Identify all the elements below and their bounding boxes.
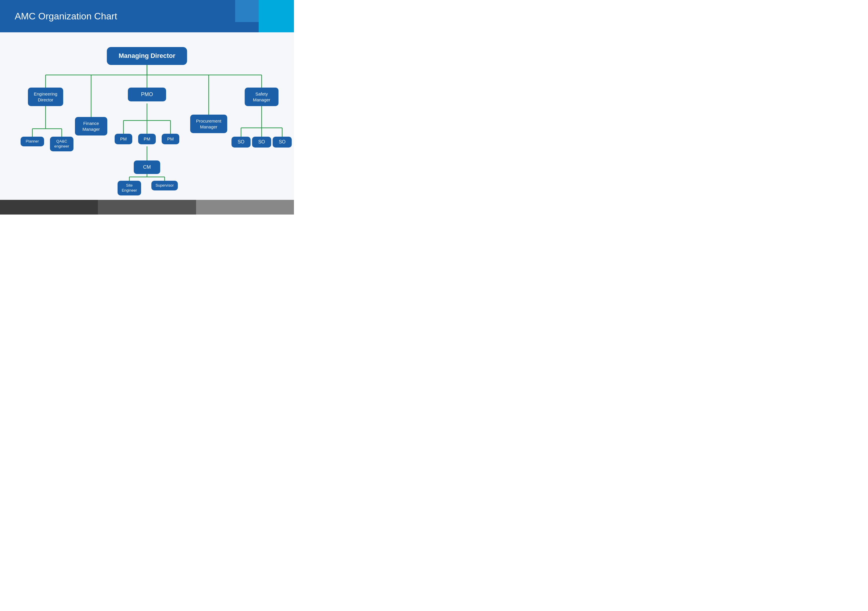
box-finance-manager: FinanceManager xyxy=(75,117,107,135)
box-procurement-manager: ProcurementManager xyxy=(190,115,227,133)
box-pm2: PM xyxy=(138,134,156,144)
header-accent-1 xyxy=(235,0,259,22)
main-content: Managing Director EngineeringDirector Fi… xyxy=(0,33,294,200)
footer-segment-1 xyxy=(0,200,98,214)
box-cm: CM xyxy=(134,160,160,174)
box-so1: SO xyxy=(232,136,251,147)
box-site-engineer: SiteEngineer xyxy=(118,181,141,195)
box-safety-manager: SafetyManager xyxy=(245,88,279,106)
node-site-engineer: SiteEngineer xyxy=(118,181,141,195)
node-pm1: PM xyxy=(115,134,132,144)
node-so2: SO xyxy=(252,136,271,147)
box-planner: Planner xyxy=(20,136,44,146)
node-engineering-director: EngineeringDirector xyxy=(28,88,63,106)
box-managing-director: Managing Director xyxy=(107,47,187,65)
node-pm2: PM xyxy=(138,134,156,144)
node-pmo: PMO xyxy=(128,88,166,101)
node-finance-manager: FinanceManager xyxy=(75,117,107,135)
box-qa-engineer: QA&Cengineer xyxy=(50,136,73,151)
box-pm1: PM xyxy=(115,134,132,144)
node-planner: Planner xyxy=(20,136,44,146)
box-so2: SO xyxy=(252,136,271,147)
node-so1: SO xyxy=(232,136,251,147)
box-pmo: PMO xyxy=(128,88,166,101)
node-cm: CM xyxy=(134,160,160,174)
page-header: AMC Organization Chart xyxy=(0,0,294,33)
footer-segment-2 xyxy=(98,200,196,214)
node-so3: SO xyxy=(273,136,292,147)
box-pm3: PM xyxy=(162,134,179,144)
header-accent-2 xyxy=(259,0,294,33)
box-so3: SO xyxy=(273,136,292,147)
node-pm3: PM xyxy=(162,134,179,144)
box-engineering-director: EngineeringDirector xyxy=(28,88,63,106)
footer-segment-3 xyxy=(196,200,294,214)
org-chart: Managing Director EngineeringDirector Fi… xyxy=(6,41,288,194)
node-qa-engineer: QA&Cengineer xyxy=(50,136,73,151)
node-safety-manager: SafetyManager xyxy=(245,88,279,106)
node-managing-director: Managing Director xyxy=(107,47,187,65)
node-procurement-manager: ProcurementManager xyxy=(190,115,227,133)
page-footer xyxy=(0,200,294,214)
page-title: AMC Organization Chart xyxy=(15,11,117,22)
node-supervisor: Supervisor xyxy=(151,181,178,191)
box-supervisor: Supervisor xyxy=(151,181,178,191)
